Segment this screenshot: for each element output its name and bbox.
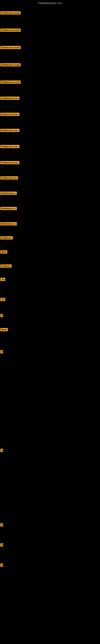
bottleneck-result-badge: Bottleneck resu [0, 96, 19, 100]
bottleneck-result-badge: Bottl [0, 328, 8, 331]
bottleneck-result-badge: Bottlenec [0, 236, 13, 240]
bottleneck-result-badge: B [0, 544, 3, 546]
bottleneck-result-badge: Bott [0, 250, 7, 254]
bottleneck-row: Bottleneck result [0, 28, 21, 32]
bottleneck-row: Bottlenec [0, 236, 13, 240]
bottleneck-result-badge: Bottleneck result [0, 11, 21, 14]
bottleneck-row: Bottleneck result [0, 11, 21, 14]
bottleneck-result-badge: Bottleneck re [0, 222, 17, 226]
bottleneck-row: Bottleneck re [0, 192, 17, 195]
bottleneck-result-badge: Bottleneck res [0, 176, 18, 180]
bottleneck-result-badge: Bottleneck resu [0, 161, 19, 164]
bottleneck-row: B [0, 523, 3, 526]
bottleneck-row: Bottleneck result [0, 80, 21, 84]
bottleneck-result-badge: Bottleneck result [0, 28, 21, 32]
bottleneck-row: Bottl [0, 328, 8, 331]
bottleneck-result-badge: Bottleneck resu [0, 129, 19, 132]
site-title: TheBottlenecker.com [0, 1, 100, 6]
bottleneck-row: Bottleneck resu [0, 161, 19, 164]
bottleneck-result-badge: Bottleneck re [0, 192, 17, 195]
bottleneck-row: Bo [0, 298, 5, 301]
bottleneck-row: Bottleneck resu [0, 113, 19, 116]
bottleneck-row: B [0, 350, 3, 354]
bottleneck-result-badge: B [0, 449, 3, 452]
bottleneck-row: B [0, 544, 3, 546]
bottleneck-row: Bottleneck resu [0, 145, 19, 148]
bottleneck-row: Bottleneck resu [0, 129, 19, 132]
bottleneck-result-badge: B [0, 564, 3, 567]
bottleneck-result-badge: B [0, 350, 3, 354]
bottleneck-result-badge: B [0, 523, 3, 526]
bottleneck-result-badge: Bottleneck re [0, 207, 17, 210]
bottleneck-row: Bottleneck result [0, 46, 21, 49]
bottleneck-row: Bottleneck resu [0, 96, 19, 100]
bottleneck-result-badge: B [0, 314, 3, 317]
bottleneck-result-badge: Bo [0, 298, 5, 301]
bottleneck-row: Bottlene [0, 264, 12, 268]
bottleneck-result-badge: Bottleneck result [0, 80, 21, 84]
bottleneck-row: Bott [0, 250, 7, 254]
bottleneck-result-badge: Bottleneck resu [0, 145, 19, 148]
bottleneck-result-badge: Bo [0, 278, 5, 281]
bottleneck-row: Bottleneck res [0, 176, 18, 180]
bottleneck-row: B [0, 314, 3, 317]
bottleneck-row: Bottleneck re [0, 207, 17, 210]
bottleneck-row: Bottleneck result [0, 63, 21, 66]
bottleneck-result-badge: Bottleneck result [0, 63, 21, 66]
bottleneck-row: Bo [0, 278, 5, 281]
bottleneck-row: B [0, 449, 3, 452]
bottleneck-result-badge: Bottlene [0, 264, 12, 268]
bottleneck-result-badge: Bottleneck result [0, 46, 21, 49]
bottleneck-row: B [0, 564, 3, 567]
bottleneck-row: Bottleneck re [0, 222, 17, 226]
bottleneck-result-badge: Bottleneck resu [0, 113, 19, 116]
